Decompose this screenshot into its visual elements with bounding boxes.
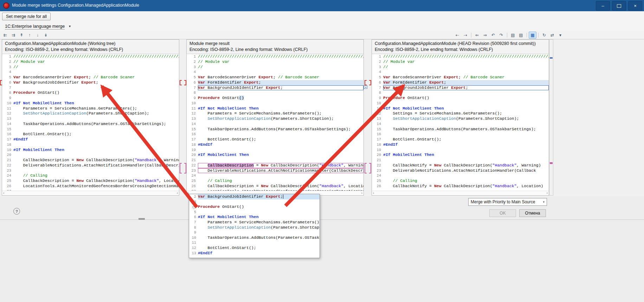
scroll-right-icon[interactable]: › bbox=[361, 191, 362, 195]
code-line: 27 LocationTools.AttachMonitoredGeofence… bbox=[187, 189, 363, 191]
scroll-left-icon[interactable]: ‹ bbox=[373, 191, 374, 195]
head-revision-panel-header: Configuration.ManagedApplicationModule (… bbox=[372, 40, 549, 54]
code-line-text: // Module var bbox=[13, 59, 179, 65]
maximize-button[interactable] bbox=[612, 1, 626, 11]
code-line: 23 DeliverableNotifications.AttachNotifi… bbox=[187, 168, 363, 173]
ok-button[interactable]: OK bbox=[489, 209, 516, 217]
code-line-text: // Calling bbox=[13, 173, 179, 178]
icon-group-right: ⇠⇢⇐⇒↶↷▤▤▦↻⇄▾ bbox=[453, 32, 564, 39]
copy-all-nonconflicting-right-icon[interactable]: ⇉ bbox=[9, 32, 17, 39]
code-line-text: Var BackgroundJobIdentifier Export; bbox=[198, 194, 320, 199]
merge-preview-popup: 2Var BackgroundJobIdentifier Export;34Pr… bbox=[189, 194, 320, 258]
scrollbar-thumb[interactable] bbox=[139, 218, 145, 220]
code-line-text: #EndIf bbox=[198, 251, 320, 256]
previous-difference-icon[interactable]: ↑ bbox=[26, 32, 33, 39]
line-number: 6 bbox=[372, 80, 383, 85]
code-line-text: DeliverableNotifications.AttachNotificat… bbox=[13, 163, 179, 168]
working-tree-code-editor[interactable]: 1///////////////////////////////////////… bbox=[2, 54, 179, 191]
side-by-side-layout-icon[interactable]: ▦ bbox=[529, 32, 536, 39]
previous-change-icon[interactable]: ⇠ bbox=[453, 32, 461, 39]
line-number: 19 bbox=[187, 147, 198, 153]
line-number: 19 bbox=[2, 147, 13, 153]
swap-sides-icon[interactable]: ⇄ bbox=[548, 32, 556, 39]
cancel-button[interactable]: Отмена bbox=[519, 209, 546, 217]
copy-all-nonconflicting-left-icon[interactable]: ⇇ bbox=[1, 32, 9, 39]
code-line: 3// bbox=[372, 65, 549, 70]
line-number: 25 bbox=[187, 178, 198, 184]
horizontal-scrollbar[interactable]: ‹ › bbox=[372, 191, 549, 195]
titlebar[interactable]: Module merge settings Configuration.Mana… bbox=[0, 0, 644, 11]
line-number: 17 bbox=[187, 137, 198, 142]
redo-merge-icon[interactable]: ↷ bbox=[497, 32, 505, 39]
line-number: 11 bbox=[189, 240, 198, 245]
export-right-document-icon[interactable]: ▤ bbox=[517, 32, 525, 39]
next-change-icon[interactable]: ⇢ bbox=[462, 32, 469, 39]
refresh-icon[interactable]: ↻ bbox=[540, 32, 548, 39]
code-line-text: Parameters = ServiceMechanisms.GetParame… bbox=[198, 220, 320, 225]
line-number: 19 bbox=[372, 147, 383, 153]
horizontal-scrollbar[interactable]: ‹ › bbox=[2, 191, 179, 195]
undo-merge-icon[interactable]: ↶ bbox=[489, 32, 497, 39]
copy-change-from-left-icon[interactable]: ⇒ bbox=[481, 32, 489, 39]
code-line: 21 CallbackDescription = New CallbackDes… bbox=[2, 158, 179, 163]
scroll-right-icon[interactable]: › bbox=[547, 191, 548, 195]
merge-editor-area: Configuration.ManagedApplicationModule (… bbox=[0, 39, 644, 196]
line-number: 22 bbox=[372, 163, 383, 168]
first-difference-icon[interactable]: ↟ bbox=[18, 32, 25, 39]
app-icon bbox=[3, 2, 9, 9]
section-chevron-down-icon[interactable]: ▾ bbox=[69, 24, 71, 28]
code-line-text: SetShortApplicationCaption(Parameters.Sh… bbox=[198, 225, 320, 230]
code-line: 15 TaskbarOperations.AddButtons(Paramete… bbox=[187, 127, 363, 132]
overview-ruler[interactable] bbox=[549, 39, 553, 196]
code-line-text bbox=[13, 189, 179, 191]
code-line-text bbox=[13, 70, 179, 75]
scroll-left-icon[interactable]: ‹ bbox=[3, 191, 4, 195]
toolbar-separator bbox=[471, 33, 471, 38]
export-left-document-icon[interactable]: ▤ bbox=[509, 32, 517, 39]
line-number: 7 bbox=[187, 85, 198, 91]
code-line-text: // Calling bbox=[383, 178, 549, 184]
line-number: 1 bbox=[187, 54, 198, 59]
line-number: 18 bbox=[2, 142, 13, 147]
line-number: 3 bbox=[2, 65, 13, 70]
code-line-text bbox=[383, 147, 549, 153]
code-line-text: TaskbarOperations.AddButtons(Parameters.… bbox=[13, 122, 179, 127]
merge-priority-dropdown[interactable]: Merge with Priority to Main Source ▾ bbox=[468, 198, 547, 206]
code-line-text: Var BackgroundJobIdentifier Export; bbox=[383, 85, 549, 91]
code-line-text: // Calling bbox=[198, 178, 363, 184]
code-line: 23 DeliverableNotifications.AttachNotifi… bbox=[372, 168, 549, 173]
help-button[interactable]: ? bbox=[13, 208, 20, 215]
set-merge-rule-button[interactable]: Set merge rule for all bbox=[2, 13, 51, 20]
current-change-marker[interactable] bbox=[364, 85, 367, 89]
code-line-text: CallbackDescription = New CallbackDescri… bbox=[198, 184, 363, 189]
code-line-text bbox=[13, 152, 179, 158]
code-line: 14 TaskbarOperations.AddButtons(Paramete… bbox=[2, 122, 179, 127]
code-line-text bbox=[13, 85, 179, 91]
head-revision-code-editor[interactable]: 1///////////////////////////////////////… bbox=[372, 54, 549, 191]
close-button[interactable]: × bbox=[628, 1, 642, 11]
toolbar-menu-icon[interactable]: ▾ bbox=[556, 32, 564, 39]
code-line-text: ////////////////////////////////////////… bbox=[13, 54, 179, 59]
line-number: 23 bbox=[2, 168, 13, 173]
line-number: 15 bbox=[2, 127, 13, 132]
code-line: 19 bbox=[372, 147, 549, 153]
ruler-change-mark[interactable] bbox=[550, 57, 553, 59]
code-line-text bbox=[383, 101, 549, 106]
conflict-bracket bbox=[180, 163, 182, 173]
code-line: 27 bbox=[2, 189, 179, 191]
line-number: 18 bbox=[372, 142, 383, 147]
scroll-right-icon[interactable]: › bbox=[177, 191, 178, 195]
next-difference-icon[interactable]: ↓ bbox=[34, 32, 41, 39]
ruler-conflict-mark[interactable] bbox=[550, 162, 553, 164]
code-line: 11 bbox=[189, 240, 320, 245]
code-line-text bbox=[383, 90, 549, 96]
code-line-text: // bbox=[198, 65, 363, 70]
code-line-text bbox=[383, 132, 549, 137]
copy-change-from-right-icon[interactable]: ⇐ bbox=[473, 32, 481, 39]
merge-result-code-editor[interactable]: 1///////////////////////////////////////… bbox=[187, 54, 363, 191]
line-number: 20 bbox=[2, 152, 13, 158]
minimize-button[interactable]: – bbox=[596, 1, 610, 11]
code-line: 9Procedure OnStart() bbox=[372, 96, 549, 101]
toolbar-separator bbox=[507, 33, 507, 38]
last-difference-icon[interactable]: ↡ bbox=[42, 32, 50, 39]
